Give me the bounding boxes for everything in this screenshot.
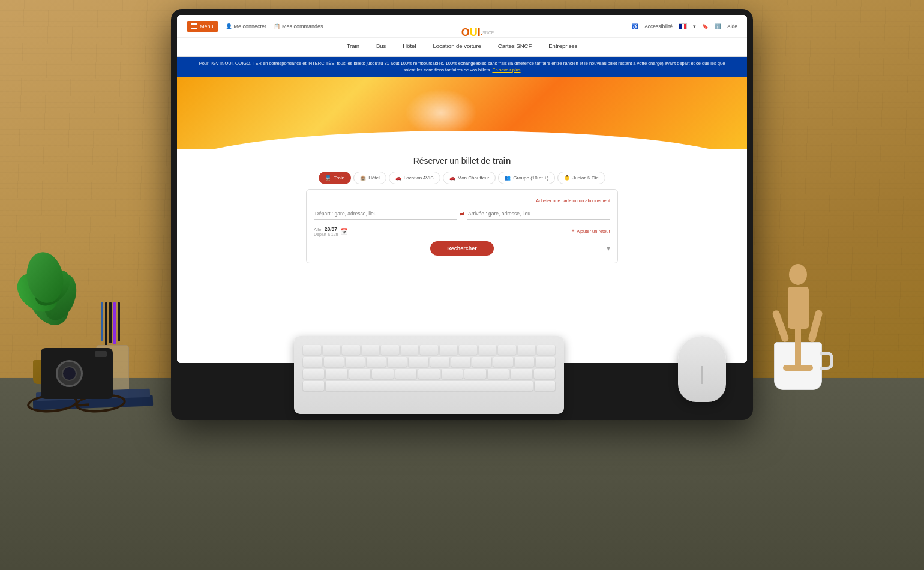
departure-time-label: Départ à 12h bbox=[314, 232, 338, 236]
departure-date-field: Aller 28/07 Départ à 12h 📅 bbox=[314, 226, 347, 236]
mannequin-right-arm bbox=[808, 309, 823, 343]
mannequin-torso-area bbox=[777, 287, 819, 329]
tab-train-icon: 🚆 bbox=[325, 175, 331, 181]
top-nav-left: Menu 👤 Me connecter 📋 Mes commandes bbox=[187, 21, 323, 32]
key bbox=[515, 357, 534, 367]
search-form-box: Acheter une carte ou un abonnement ⇄ All… bbox=[306, 189, 618, 263]
logo-o: O bbox=[461, 26, 470, 39]
key bbox=[362, 345, 380, 355]
spacebar-key bbox=[326, 381, 533, 391]
key bbox=[430, 357, 449, 367]
language-dropdown-icon[interactable]: ▾ bbox=[693, 23, 696, 29]
logo-sncf: SNCF bbox=[482, 31, 494, 35]
mannequin-left-arm bbox=[772, 310, 790, 343]
tab-junior[interactable]: 👶 Junior & Cie bbox=[557, 172, 605, 184]
tab-location-avis[interactable]: 🚗 Location AVIS bbox=[389, 172, 440, 184]
key bbox=[451, 357, 470, 367]
key bbox=[420, 345, 438, 355]
tab-junior-icon: 👶 bbox=[564, 175, 570, 181]
language-flag-icon bbox=[679, 23, 687, 29]
key bbox=[303, 357, 322, 367]
key bbox=[511, 369, 532, 379]
key bbox=[372, 369, 393, 379]
menu-label: Menu bbox=[200, 23, 214, 29]
key bbox=[518, 345, 536, 355]
key bbox=[534, 369, 555, 379]
tab-group-label: Groupe (10 et +) bbox=[513, 175, 548, 181]
tab-train-label: Train bbox=[334, 175, 344, 181]
key bbox=[324, 357, 343, 367]
key-row-1 bbox=[303, 345, 555, 355]
key bbox=[459, 345, 477, 355]
main-navigation: Train Bus Hôtel Location de voiture Cart… bbox=[177, 38, 747, 57]
tab-groupe[interactable]: 👥 Groupe (10 et +) bbox=[498, 172, 555, 184]
tab-hotel[interactable]: 🏨 Hôtel bbox=[353, 172, 386, 184]
key bbox=[326, 369, 347, 379]
key bbox=[409, 357, 428, 367]
tab-group-icon: 👥 bbox=[505, 175, 511, 181]
key bbox=[401, 345, 419, 355]
orders-link[interactable]: 📋 Mes commandes bbox=[274, 23, 323, 29]
nav-bus[interactable]: Bus bbox=[376, 43, 386, 52]
add-return-link[interactable]: ＋ Ajouter un retour bbox=[571, 228, 610, 234]
key bbox=[472, 357, 491, 367]
search-section: Réserver un billet de train 🚆 Train 🏨 Hô… bbox=[177, 149, 747, 341]
expand-options-icon[interactable]: ▾ bbox=[607, 244, 610, 253]
monitor-screen: Menu 👤 Me connecter 📋 Mes commandes bbox=[177, 15, 747, 363]
add-icon: ＋ bbox=[571, 228, 575, 234]
info-banner-link[interactable]: En savoir plus bbox=[492, 67, 520, 73]
buy-card-link-area: Acheter une carte ou un abonnement bbox=[314, 197, 610, 203]
search-button-row: Rechercher ▾ bbox=[314, 241, 610, 256]
search-title-normal: Réserver un billet de bbox=[413, 156, 493, 166]
key bbox=[536, 357, 555, 367]
buy-card-link[interactable]: Acheter une carte ou un abonnement bbox=[536, 198, 610, 203]
tab-chauffeur-icon: 🚗 bbox=[449, 175, 455, 181]
departure-date-value: 28/07 bbox=[325, 226, 337, 232]
info-banner: Pour TGV INOUI, OUIGO, TER en correspond… bbox=[177, 57, 747, 77]
website: Menu 👤 Me connecter 📋 Mes commandes bbox=[177, 15, 747, 363]
user-icon: 👤 bbox=[226, 23, 232, 29]
tab-car-label: Location AVIS bbox=[404, 175, 434, 181]
cup-handle bbox=[820, 352, 833, 370]
key-row-2 bbox=[303, 357, 555, 367]
key bbox=[381, 345, 399, 355]
key bbox=[464, 369, 485, 379]
nav-hotel[interactable]: Hôtel bbox=[403, 43, 416, 52]
scene: Menu 👤 Me connecter 📋 Mes commandes bbox=[0, 0, 924, 570]
search-button[interactable]: Rechercher bbox=[430, 241, 494, 256]
nav-train[interactable]: Train bbox=[347, 43, 359, 52]
accessibility-label: Accessibilité bbox=[644, 23, 673, 29]
nav-entreprises[interactable]: Entreprises bbox=[548, 43, 577, 52]
search-title: Réserver un billet de train bbox=[189, 156, 735, 166]
nav-cartes-sncf[interactable]: Cartes SNCF bbox=[498, 43, 532, 52]
menu-button[interactable]: Menu bbox=[187, 21, 218, 32]
key bbox=[493, 357, 512, 367]
key bbox=[303, 345, 321, 355]
tab-chauffeur[interactable]: 🚗 Mon Chauffeur bbox=[443, 172, 496, 184]
top-nav-right: ♿ Accessibilité ▾ 🔖 ℹ️ Aide bbox=[632, 23, 737, 29]
search-tabs: 🚆 Train 🏨 Hôtel 🚗 Location AVIS 🚗 bbox=[189, 172, 735, 184]
help-label: Aide bbox=[727, 23, 737, 29]
tab-hotel-icon: 🏨 bbox=[360, 175, 366, 181]
login-link[interactable]: 👤 Me connecter bbox=[226, 23, 267, 29]
mannequin-base-foot bbox=[783, 365, 813, 371]
key bbox=[479, 345, 497, 355]
top-navigation: Menu 👤 Me connecter 📋 Mes commandes bbox=[177, 15, 747, 38]
tab-train[interactable]: 🚆 Train bbox=[319, 172, 351, 184]
arrival-input[interactable] bbox=[467, 208, 610, 220]
tab-junior-label: Junior & Cie bbox=[572, 175, 599, 181]
pencils bbox=[101, 302, 120, 345]
wooden-mannequin bbox=[777, 264, 819, 390]
key bbox=[323, 345, 341, 355]
swap-stations-icon[interactable]: ⇄ bbox=[460, 211, 464, 217]
mannequin-head bbox=[789, 264, 807, 285]
departure-input[interactable] bbox=[314, 208, 457, 220]
aller-label: Aller bbox=[314, 227, 323, 232]
tab-hotel-label: Hôtel bbox=[368, 175, 380, 181]
mannequin-body bbox=[788, 287, 809, 329]
nav-car-rental[interactable]: Location de voiture bbox=[433, 43, 481, 52]
key bbox=[418, 369, 439, 379]
help-icon: ℹ️ bbox=[715, 23, 721, 29]
mouse bbox=[678, 336, 726, 402]
calendar-icon[interactable]: 📅 bbox=[340, 228, 347, 235]
